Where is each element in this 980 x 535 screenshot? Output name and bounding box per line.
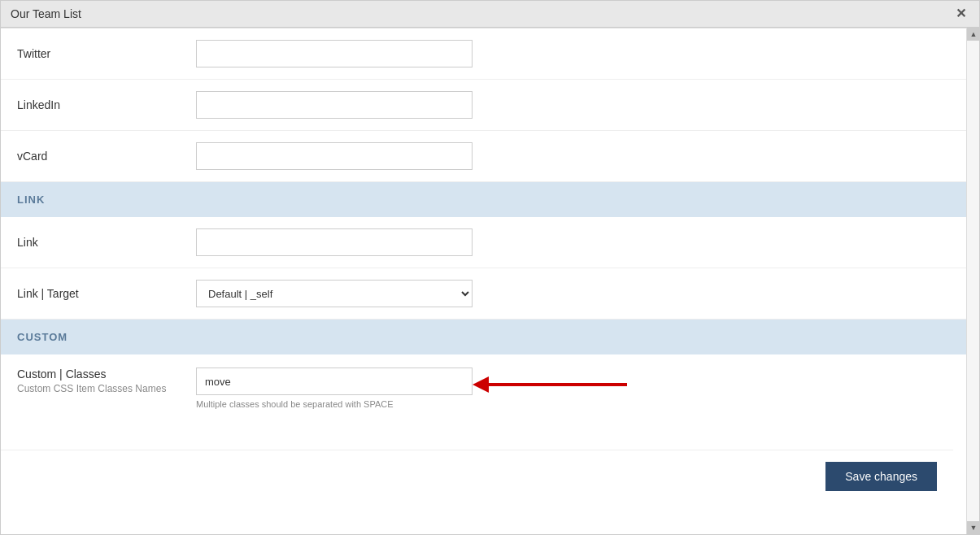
linkedin-row: LinkedIn xyxy=(1,80,966,131)
link-label: Link xyxy=(17,236,196,249)
link-target-label: Link | Target xyxy=(17,287,196,300)
link-target-select[interactable]: Default | _self Blank | _blank Parent | … xyxy=(196,280,473,307)
twitter-label: Twitter xyxy=(17,47,196,60)
link-section-header: LINK xyxy=(1,182,966,217)
linkedin-label: LinkedIn xyxy=(17,98,196,111)
scroll-down-button[interactable]: ▼ xyxy=(967,521,979,534)
footer-row: Save changes xyxy=(1,450,953,502)
close-button[interactable]: ✕ xyxy=(952,7,969,20)
main-window: Our Team List ✕ ▲ ▼ Twitter LinkedIn vCa… xyxy=(0,0,980,535)
link-target-row: Link | Target Default | _self Blank | _b… xyxy=(1,268,966,320)
custom-section-label: CUSTOM xyxy=(17,331,68,343)
twitter-input[interactable] xyxy=(196,40,473,67)
custom-section-header: CUSTOM xyxy=(1,320,966,354)
link-row: Link xyxy=(1,217,966,268)
scroll-up-button[interactable]: ▲ xyxy=(967,28,979,41)
vcard-label: vCard xyxy=(17,150,196,163)
spacer xyxy=(1,417,966,450)
custom-classes-input[interactable] xyxy=(196,368,473,395)
custom-classes-label-group: Custom | Classes Custom CSS Item Classes… xyxy=(17,368,196,394)
link-input[interactable] xyxy=(196,228,473,256)
custom-classes-hint: Multiple classes should be separated wit… xyxy=(196,399,473,409)
vcard-row: vCard xyxy=(1,131,966,182)
linkedin-input[interactable] xyxy=(196,91,473,119)
vcard-input[interactable] xyxy=(196,142,473,170)
custom-classes-row: Custom | Classes Custom CSS Item Classes… xyxy=(1,354,966,417)
link-section-label: LINK xyxy=(17,194,45,206)
custom-classes-label: Custom | Classes xyxy=(17,368,196,381)
window-title: Our Team List xyxy=(11,7,81,20)
save-changes-button[interactable]: Save changes xyxy=(825,462,937,491)
twitter-row: Twitter xyxy=(1,28,966,80)
custom-classes-sublabel: Custom CSS Item Classes Names xyxy=(17,383,196,394)
titlebar: Our Team List ✕ xyxy=(1,1,979,28)
